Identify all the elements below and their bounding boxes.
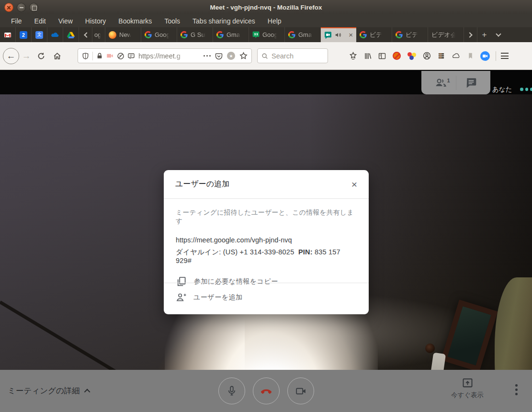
tab-gmail-1[interactable]: Gmai	[213, 27, 249, 42]
tab-hangouts[interactable]: Goog	[249, 27, 285, 42]
menu-view[interactable]: View	[52, 14, 79, 27]
search-input[interactable]	[272, 52, 319, 60]
tab-video-1[interactable]: ビデ	[356, 27, 392, 42]
navigation-toolbar: ← → https://meet.g ★	[0, 42, 532, 70]
tab-label: Gmai	[226, 31, 241, 38]
dialog-header: ユーザーの追加 ×	[164, 170, 369, 199]
tab-scroll-right-button[interactable]	[464, 27, 477, 42]
menu-tools[interactable]: Tools	[158, 14, 186, 27]
pocket-icon[interactable]	[215, 52, 223, 60]
meet-top-right-panel: 1	[421, 71, 490, 94]
pinned-tab-drive[interactable]	[63, 27, 79, 42]
tab-partial[interactable]: og	[92, 27, 105, 42]
more-options-button[interactable]	[515, 384, 518, 395]
menu-history[interactable]: History	[79, 14, 113, 27]
camera-in-use-icon[interactable]	[106, 52, 114, 59]
tab-label: ビデ	[370, 31, 383, 39]
tab-new[interactable]: New	[105, 27, 141, 42]
divider	[496, 51, 496, 61]
tracking-protection-shield-icon[interactable]	[82, 52, 89, 60]
copy-joining-info-label: 参加に必要な情報をコピー	[194, 277, 278, 286]
chevron-left-icon	[84, 32, 89, 37]
tab-scroll-left-button[interactable]	[79, 27, 92, 42]
new-tab-button[interactable]: +	[477, 27, 491, 42]
back-button[interactable]: ←	[3, 48, 19, 64]
tab-audio-playing-icon[interactable]	[335, 32, 341, 38]
search-icon	[261, 53, 268, 59]
window-maximize-button[interactable]	[29, 3, 38, 12]
highlights-circle-star-icon[interactable]: ★	[227, 52, 235, 60]
reload-button[interactable]	[34, 52, 49, 60]
present-screen-icon	[461, 377, 474, 389]
pinned-tab-translate[interactable]: 文	[32, 27, 47, 42]
camera-icon	[295, 385, 307, 397]
tab-video-3[interactable]: ビデオ会	[428, 27, 464, 42]
tab-bar: 2 文 og New Goog G Sui Gmai	[0, 27, 532, 42]
page-actions-icon[interactable]	[204, 55, 211, 57]
tab-meet-active[interactable]: ×	[321, 27, 356, 42]
save-to-bookmarks-star-icon[interactable]	[349, 52, 357, 60]
tab-label: Gmai	[298, 31, 313, 38]
notification-bubble-icon[interactable]	[127, 52, 135, 60]
tab-gsuite[interactable]: G Sui	[177, 27, 213, 42]
mute-microphone-button[interactable]	[218, 378, 245, 404]
url-bar[interactable]: https://meet.g ★	[78, 48, 252, 63]
participants-button[interactable]: 1	[426, 76, 456, 89]
add-users-button[interactable]: ユーザーを追加	[176, 292, 242, 303]
video-camera-icon	[482, 53, 488, 59]
menu-file[interactable]: File	[5, 14, 28, 27]
chat-button[interactable]	[456, 77, 486, 89]
bookmark-star-icon[interactable]	[239, 52, 248, 60]
google-g-icon	[216, 31, 224, 38]
tab-gmail-2[interactable]: Gmai	[285, 27, 321, 42]
present-now-button[interactable]: 今すぐ表示	[449, 377, 486, 400]
microphone-icon	[226, 385, 238, 397]
google-g-icon	[360, 31, 367, 38]
autoplay-blocked-icon[interactable]	[117, 52, 125, 60]
menu-edit[interactable]: Edit	[28, 14, 52, 27]
tab-label: Goog	[262, 31, 278, 38]
menu-help[interactable]: Help	[261, 14, 288, 27]
window-minimize-button[interactable]	[17, 3, 26, 12]
tab-video-2[interactable]: ビデ	[392, 27, 428, 42]
blocker-extension-icon[interactable]	[393, 52, 401, 60]
people-icon	[434, 76, 447, 89]
dialog-close-icon[interactable]: ×	[351, 179, 357, 189]
copy-joining-info-button[interactable]: 参加に必要な情報をコピー	[176, 276, 357, 287]
firefox-icon	[109, 31, 116, 39]
search-bar[interactable]	[257, 48, 328, 63]
add-users-dialog: ユーザーの追加 × ミーティングに招待したユーザーと、この情報を共有します ht…	[164, 170, 369, 314]
meeting-details-button[interactable]: ミーティングの詳細	[8, 370, 90, 412]
url-text[interactable]: https://meet.g	[138, 52, 190, 60]
zoom-extension-icon[interactable]	[480, 51, 490, 61]
dialin-number: (US) +1 314-339-8025	[223, 248, 294, 256]
lock-icon[interactable]	[96, 52, 103, 59]
menu-tabs-sharing-devices[interactable]: Tabs sharing devices	[186, 14, 261, 27]
turn-off-camera-button[interactable]	[287, 378, 314, 404]
tab-label: G Sui	[191, 31, 206, 38]
tab-google-1[interactable]: Goog	[141, 27, 177, 42]
tab-close-icon[interactable]: ×	[349, 31, 353, 38]
pinned-tab-calendar[interactable]: 2	[16, 27, 32, 42]
present-now-label: 今すぐ表示	[451, 391, 484, 400]
pinned-tab-gmail[interactable]	[0, 27, 16, 42]
forward-button[interactable]: →	[19, 51, 34, 61]
leave-call-button[interactable]	[253, 378, 280, 404]
account-icon[interactable]	[423, 52, 431, 60]
pin-extension-icon[interactable]	[467, 52, 474, 59]
dialin-label: ダイヤルイン:	[176, 248, 221, 256]
sidebar-icon[interactable]	[378, 52, 386, 60]
colored-balls-extension-icon[interactable]	[407, 52, 416, 60]
window-close-button[interactable]	[4, 3, 13, 12]
cloud-icon[interactable]	[452, 53, 461, 59]
reload-icon	[37, 52, 45, 60]
library-icon[interactable]	[364, 52, 372, 60]
tab-label: og	[94, 31, 101, 38]
pinned-tab-onedrive[interactable]	[47, 27, 63, 42]
menu-hamburger-icon[interactable]	[501, 53, 509, 59]
dialog-title: ユーザーの追加	[175, 179, 229, 189]
home-button[interactable]	[49, 52, 65, 60]
server-extension-icon[interactable]	[438, 52, 445, 59]
menu-bookmarks[interactable]: Bookmarks	[112, 14, 158, 27]
all-tabs-dropdown-button[interactable]	[491, 27, 505, 42]
